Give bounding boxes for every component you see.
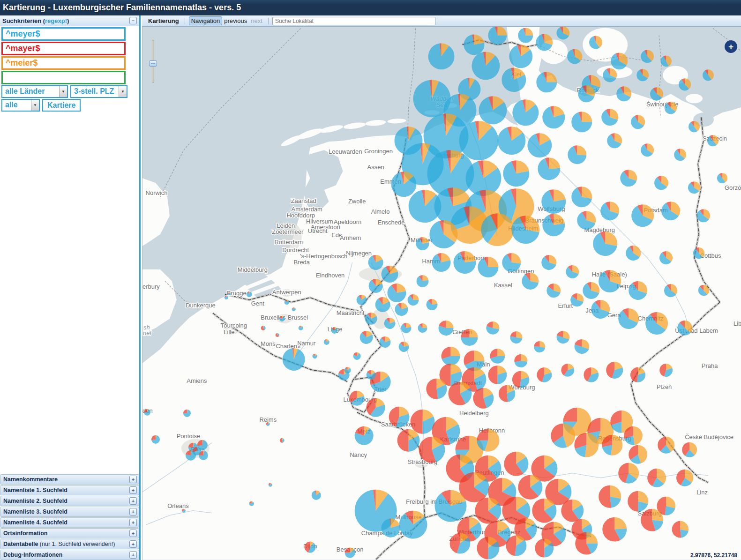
pie-marker[interactable]	[448, 382, 472, 405]
pie-marker[interactable]	[472, 52, 500, 80]
pie-marker[interactable]	[151, 435, 160, 444]
pie-marker[interactable]	[475, 498, 501, 524]
pie-marker[interactable]	[542, 106, 565, 128]
pie-marker[interactable]	[561, 500, 584, 522]
pie-marker[interactable]	[660, 55, 672, 67]
pie-marker[interactable]	[566, 265, 579, 278]
pie-marker[interactable]	[535, 539, 554, 558]
pie-marker[interactable]	[225, 296, 228, 299]
pie-marker[interactable]	[416, 237, 429, 250]
pie-marker[interactable]	[659, 251, 673, 264]
pie-marker[interactable]	[584, 367, 599, 382]
pie-marker[interactable]	[538, 157, 560, 180]
pie-marker[interactable]	[629, 281, 647, 300]
pie-marker[interactable]	[450, 533, 471, 554]
search-field-3[interactable]	[1, 56, 126, 70]
collapse-button[interactable]: −	[129, 17, 137, 24]
mode-select[interactable]: alle ▼	[1, 99, 40, 112]
pie-marker[interactable]	[479, 96, 507, 124]
pie-marker[interactable]	[589, 36, 602, 49]
pie-marker[interactable]	[689, 121, 700, 132]
pie-marker[interactable]	[389, 407, 410, 427]
pie-marker[interactable]	[536, 34, 553, 51]
pie-marker[interactable]	[408, 294, 419, 306]
pie-marker[interactable]	[367, 370, 376, 380]
pie-marker[interactable]	[478, 257, 498, 277]
pie-marker[interactable]	[551, 424, 575, 448]
pie-marker[interactable]	[511, 216, 539, 244]
pie-marker[interactable]	[541, 255, 556, 270]
toolbar-navigation[interactable]: Navigation	[189, 16, 222, 25]
pie-marker[interactable]	[514, 354, 527, 367]
kartiere-button[interactable]: Kartiere	[42, 99, 81, 112]
regexp-link[interactable]: regexp!	[45, 17, 67, 24]
pie-marker[interactable]	[434, 490, 466, 522]
pie-marker[interactable]	[618, 308, 639, 329]
pie-marker[interactable]	[384, 318, 396, 329]
accordion-debug-informationen[interactable]: Debug-Informationen+	[0, 550, 139, 560]
pie-marker[interactable]	[432, 253, 451, 272]
search-field-4[interactable]	[1, 71, 126, 84]
expand-button[interactable]: +	[725, 40, 737, 53]
pie-marker[interactable]	[628, 491, 648, 512]
locality-search-input[interactable]	[272, 17, 435, 25]
search-field-2[interactable]	[1, 42, 126, 55]
pie-marker[interactable]	[504, 452, 528, 476]
pie-marker[interactable]	[664, 284, 677, 297]
expand-accordion-button[interactable]: +	[129, 486, 137, 494]
pie-marker[interactable]	[650, 87, 663, 100]
accordion-datentabelle[interactable]: Datentabelle (nur 1. Suchfeld verwenden!…	[0, 539, 139, 549]
map-canvas[interactable]: WaddenSeashnelNorwicherburydenLeeuwarden…	[142, 27, 741, 560]
accordion-namenliste-4-suchfeld[interactable]: Namenliste 4. Suchfeld+	[0, 517, 139, 528]
search-field-1[interactable]	[1, 27, 126, 41]
pie-marker[interactable]	[183, 410, 191, 417]
pie-marker[interactable]	[375, 297, 390, 312]
pie-marker[interactable]	[401, 323, 412, 333]
pie-marker[interactable]	[276, 333, 279, 337]
pie-marker[interactable]	[228, 292, 231, 295]
pie-marker[interactable]	[501, 67, 526, 92]
pie-marker[interactable]	[577, 211, 596, 230]
accordion-namenliste-2-suchfeld[interactable]: Namenliste 2. Suchfeld+	[0, 496, 139, 506]
pie-marker[interactable]	[488, 27, 507, 45]
pie-marker[interactable]	[518, 475, 542, 500]
expand-accordion-button[interactable]: +	[129, 476, 137, 483]
pie-marker[interactable]	[439, 321, 454, 336]
pie-marker[interactable]	[593, 231, 617, 256]
pie-marker[interactable]	[388, 284, 406, 302]
pie-marker[interactable]	[682, 442, 697, 457]
accordion-ortsinformation[interactable]: Ortsinformation+	[0, 528, 139, 538]
pie-marker[interactable]	[537, 367, 552, 382]
pie-marker[interactable]	[353, 352, 361, 360]
expand-accordion-button[interactable]: +	[129, 497, 137, 505]
expand-accordion-button[interactable]: +	[129, 551, 137, 559]
pie-marker[interactable]	[313, 354, 317, 358]
search-criteria-header[interactable]: Suchkriterien (regexp!) −	[0, 15, 139, 26]
pie-marker[interactable]	[512, 371, 529, 388]
pie-marker[interactable]	[542, 214, 565, 236]
pie-marker[interactable]	[365, 313, 377, 325]
pie-marker[interactable]	[506, 536, 527, 556]
toolbar-previous[interactable]: previous	[222, 17, 249, 25]
pie-marker[interactable]	[442, 347, 460, 366]
pie-marker[interactable]	[570, 293, 584, 306]
pie-marker[interactable]	[261, 326, 266, 330]
pie-marker[interactable]	[292, 307, 296, 311]
pie-marker[interactable]	[144, 409, 150, 416]
pie-marker[interactable]	[497, 127, 525, 155]
accordion-namenkommentare[interactable]: Namenkommentare+	[0, 474, 139, 485]
pie-marker[interactable]	[557, 331, 570, 343]
pie-marker[interactable]	[534, 341, 545, 352]
accordion-namenliste-1-suchfeld[interactable]: Namenliste 1. Suchfeld+	[0, 485, 139, 495]
accordion-namenliste-3-suchfeld[interactable]: Namenliste 3. Suchfeld+	[0, 507, 139, 517]
pie-marker[interactable]	[499, 385, 516, 402]
pie-marker[interactable]	[536, 72, 557, 92]
pie-marker[interactable]	[626, 246, 641, 261]
pie-marker[interactable]	[571, 112, 592, 132]
pie-marker[interactable]	[357, 295, 367, 305]
pie-marker[interactable]	[464, 34, 484, 55]
pie-marker[interactable]	[607, 133, 622, 148]
pie-marker[interactable]	[679, 78, 691, 90]
pie-marker[interactable]	[556, 27, 569, 39]
pie-marker[interactable]	[568, 145, 586, 164]
